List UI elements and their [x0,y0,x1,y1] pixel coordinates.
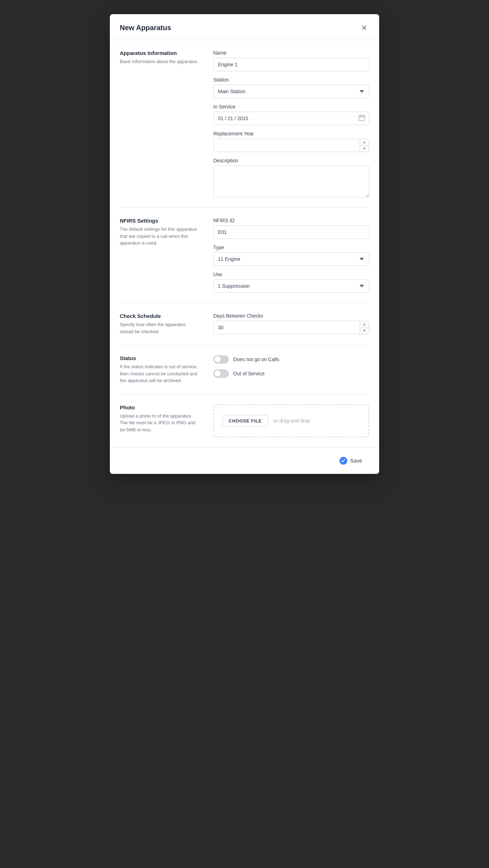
status-desc: If the status indicates is out of servic… [120,363,199,384]
out-of-service-toggle-row: Out of Service [213,369,369,378]
apparatus-info-fields: Name Station Main Station Station 2 Stat… [213,50,369,197]
photo-upload-area: CHOOSE FILE or drag and drop [213,404,369,437]
modal-header: New Apparatus [110,14,379,40]
new-apparatus-modal: New Apparatus Apparatus Information Basi… [110,14,379,474]
in-service-input[interactable] [213,112,369,125]
days-up[interactable]: ▲ [360,321,369,328]
nfirs-id-field-group: NFIRS ID [213,218,369,239]
description-input[interactable] [213,166,369,197]
calls-toggle-label: Does not go on Calls [233,357,279,362]
nfirs-desc: The default settings for this apparatus … [120,226,199,247]
choose-file-button[interactable]: CHOOSE FILE [223,415,268,427]
days-wrapper: ▲ ▼ [213,321,369,334]
station-label: Station [213,77,369,83]
photo-desc: Upload a photo to of the apparatus. The … [120,413,199,433]
modal-title: New Apparatus [120,24,171,32]
check-schedule-desc: Specify how often the apparatus should b… [120,321,199,335]
apparatus-info-title: Apparatus Information [120,50,199,56]
days-label: Days Between Checks [213,313,369,319]
save-button[interactable]: Save [332,453,369,468]
replacement-year-field-group: Replacement Year ▲ ▼ [213,131,369,152]
status-fields: Does not go on Calls Out of Service [213,355,369,384]
apparatus-info-section: Apparatus Information Basic information … [120,40,369,208]
use-label: Use [213,271,369,277]
apparatus-info-desc: Basic information about the apparatus. [120,58,199,65]
out-of-service-toggle[interactable] [213,369,229,378]
modal-footer: Save [110,447,379,474]
out-of-service-toggle-label: Out of Service [233,371,265,376]
check-schedule-section-info: Check Schedule Specify how often the app… [120,313,205,335]
check-schedule-section: Check Schedule Specify how often the app… [120,303,369,345]
photo-section-info: Photo Upload a photo to of the apparatus… [120,404,205,437]
days-spinners: ▲ ▼ [360,321,369,334]
days-field-group: Days Between Checks ▲ ▼ [213,313,369,334]
photo-title: Photo [120,404,199,410]
check-schedule-title: Check Schedule [120,313,199,319]
calls-slider [213,355,229,364]
out-of-service-slider [213,369,229,378]
type-field-group: Type 11 Engine 12 Truck 13 Rescue [213,245,369,266]
close-icon [361,24,368,31]
replacement-year-label: Replacement Year [213,131,369,136]
station-field-group: Station Main Station Station 2 Station 3 [213,77,369,98]
close-button[interactable] [359,23,369,33]
use-select[interactable]: 1 Suppression 2 Support 3 Command [213,279,369,293]
drag-drop-text: or drag and drop [274,418,310,424]
status-section-info: Status If the status indicates is out of… [120,355,205,384]
replacement-year-input[interactable] [213,139,369,152]
status-title: Status [120,355,199,361]
name-label: Name [213,50,369,56]
in-service-date-wrapper [213,112,369,125]
replacement-year-spinners: ▲ ▼ [360,139,369,152]
calls-toggle[interactable] [213,355,229,364]
nfirs-id-input[interactable] [213,225,369,239]
nfirs-title: NFIRS Settings [120,218,199,224]
replacement-year-up[interactable]: ▲ [360,139,369,146]
nfirs-id-label: NFIRS ID [213,218,369,223]
in-service-field-group: In Service [213,104,369,125]
status-section: Status If the status indicates is out of… [120,345,369,394]
station-select[interactable]: Main Station Station 2 Station 3 [213,85,369,98]
save-label: Save [350,458,362,464]
type-label: Type [213,245,369,250]
replacement-year-wrapper: ▲ ▼ [213,139,369,152]
replacement-year-down[interactable]: ▼ [360,146,369,152]
type-select[interactable]: 11 Engine 12 Truck 13 Rescue [213,252,369,266]
nfirs-section-info: NFIRS Settings The default settings for … [120,218,205,293]
photo-fields: CHOOSE FILE or drag and drop [213,404,369,437]
name-input[interactable] [213,58,369,71]
use-field-group: Use 1 Suppression 2 Support 3 Command [213,271,369,293]
days-down[interactable]: ▼ [360,328,369,334]
nfirs-settings-section: NFIRS Settings The default settings for … [120,208,369,303]
description-label: Description [213,158,369,163]
days-input[interactable] [213,321,369,334]
save-check-icon [339,457,347,465]
modal-body: Apparatus Information Basic information … [110,40,379,447]
name-field-group: Name [213,50,369,71]
photo-section: Photo Upload a photo to of the apparatus… [120,394,369,447]
calls-toggle-row: Does not go on Calls [213,355,369,364]
in-service-label: In Service [213,104,369,110]
check-schedule-fields: Days Between Checks ▲ ▼ [213,313,369,335]
nfirs-fields: NFIRS ID Type 11 Engine 12 Truck 13 Resc… [213,218,369,293]
apparatus-info-section-info: Apparatus Information Basic information … [120,50,205,197]
description-field-group: Description [213,158,369,197]
